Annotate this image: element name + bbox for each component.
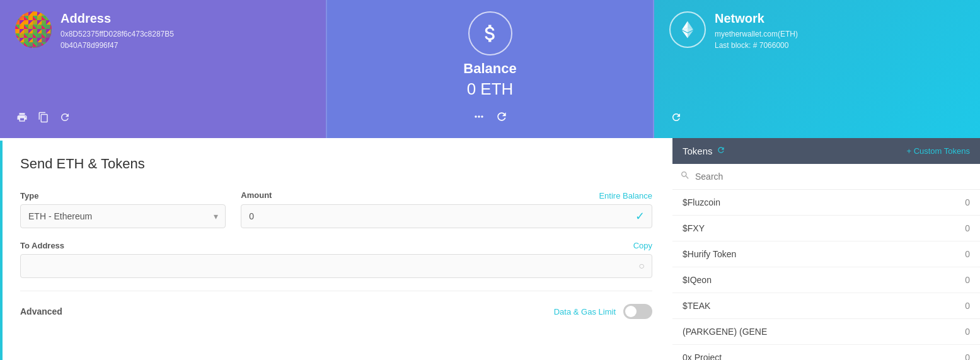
dollar-icon <box>479 22 502 45</box>
eth-network-icon <box>669 11 706 48</box>
token-name: $FXY <box>683 223 705 233</box>
amount-label: Amount <box>241 190 272 200</box>
tokens-search-bar <box>672 164 980 190</box>
address-input-wrapper: ○ <box>20 254 652 278</box>
amount-valid-icon: ✓ <box>635 209 645 223</box>
copy-icon <box>38 112 49 123</box>
address-card: Address 0x8D52375ffD028f6c473c8287B5 0b4… <box>0 0 326 138</box>
search-magnifier-icon <box>680 170 690 180</box>
type-group: Type ETH - Ethereum ▾ <box>20 191 226 228</box>
more-options-button[interactable] <box>471 109 487 127</box>
token-name: $TEAK <box>683 301 710 311</box>
main-content: Send ETH & Tokens Type ETH - Ethereum ▾ … <box>0 138 980 360</box>
network-title: Network <box>715 11 798 26</box>
divider <box>20 291 652 291</box>
amount-input[interactable] <box>241 204 652 228</box>
type-amount-row: Type ETH - Ethereum ▾ Amount Entire Bala… <box>20 190 652 228</box>
tokens-title-row: Tokens <box>683 146 725 156</box>
token-name: $Fluzcoin <box>683 197 720 207</box>
amount-input-wrapper: ✓ <box>241 204 652 228</box>
address-info: Address 0x8D52375ffD028f6c473c8287B5 0b4… <box>61 11 174 51</box>
token-name: $Hurify Token <box>683 249 736 259</box>
tokens-refresh-icon <box>717 146 725 154</box>
send-panel: Send ETH & Tokens Type ETH - Ethereum ▾ … <box>0 138 672 360</box>
balance-card: Balance 0 ETH <box>326 0 654 138</box>
gas-toggle[interactable] <box>623 304 652 319</box>
tokens-refresh-button[interactable] <box>717 146 725 156</box>
refresh-address-button[interactable] <box>58 110 72 127</box>
copy-address-link[interactable]: Copy <box>633 241 652 250</box>
type-select[interactable]: ETH - Ethereum <box>20 204 226 228</box>
network-card-header: Network myetherwallet.com(ETH) Last bloc… <box>669 11 965 51</box>
token-list-item[interactable]: 0x Project 0 <box>672 345 980 360</box>
to-address-input[interactable] <box>20 254 652 278</box>
token-name: 0x Project <box>683 352 722 360</box>
custom-tokens-link[interactable]: + Custom Tokens <box>906 146 970 156</box>
tokens-header: Tokens + Custom Tokens <box>672 138 980 164</box>
network-card-actions <box>669 105 965 127</box>
address-title: Address <box>61 11 174 26</box>
token-list-item[interactable]: $Fluzcoin 0 <box>672 190 980 216</box>
ethereum-icon <box>676 18 699 41</box>
token-balance: 0 <box>965 301 970 311</box>
tokens-panel: Tokens + Custom Tokens $Fluzcoin <box>672 138 980 360</box>
to-address-label-row: To Address Copy <box>20 241 652 250</box>
token-balance: 0 <box>965 275 970 285</box>
refresh-balance-button[interactable] <box>494 109 509 127</box>
balance-icon-circle <box>468 11 512 55</box>
address-status-icon: ○ <box>638 260 645 272</box>
token-name: (PARKGENE) (GENE <box>683 327 767 337</box>
network-provider: myetherwallet.com(ETH) <box>715 28 798 40</box>
address-line1: 0x8D52375ffD028f6c473c8287B5 <box>61 28 174 40</box>
address-line2: 0b40A78d996f47 <box>61 40 174 51</box>
toggle-slider <box>623 304 652 319</box>
address-card-header: Address 0x8D52375ffD028f6c473c8287B5 0b4… <box>15 11 311 51</box>
token-balance: 0 <box>965 249 970 259</box>
refresh-network-icon <box>671 112 682 123</box>
balance-actions <box>471 109 509 127</box>
more-horiz-icon <box>473 110 485 123</box>
token-balance: 0 <box>965 197 970 207</box>
tokens-search-input[interactable] <box>695 171 972 182</box>
token-balance: 0 <box>965 223 970 233</box>
token-list-item[interactable]: (PARKGENE) (GENE 0 <box>672 319 980 345</box>
advanced-row: Advanced Data & Gas Limit <box>20 304 652 319</box>
to-address-label: To Address <box>20 241 64 250</box>
balance-title: Balance <box>463 61 516 77</box>
token-balance: 0 <box>965 352 970 360</box>
advanced-label: Advanced <box>20 306 62 316</box>
token-name: $IQeon <box>683 275 712 285</box>
network-last-block: Last block: # 7066000 <box>715 40 798 51</box>
print-icon <box>16 112 28 123</box>
entire-balance-link[interactable]: Entire Balance <box>599 190 652 200</box>
search-icon <box>680 170 690 183</box>
token-list-item[interactable]: $IQeon 0 <box>672 267 980 293</box>
to-address-section: To Address Copy ○ <box>20 241 652 278</box>
token-list-item[interactable]: $FXY 0 <box>672 216 980 241</box>
token-list-item[interactable]: $TEAK 0 <box>672 293 980 319</box>
refresh-balance-icon <box>495 110 508 123</box>
type-select-wrapper: ETH - Ethereum ▾ <box>20 204 226 228</box>
gas-limit-label: Data & Gas Limit <box>554 307 616 316</box>
address-card-actions <box>15 105 311 127</box>
top-cards: Address 0x8D52375ffD028f6c473c8287B5 0b4… <box>0 0 980 138</box>
tokens-label: Tokens <box>683 146 713 156</box>
refresh-icon <box>59 112 71 123</box>
token-balance: 0 <box>965 327 970 337</box>
advanced-controls: Data & Gas Limit <box>554 304 652 319</box>
type-label: Type <box>20 191 226 200</box>
tokens-list: $Fluzcoin 0 $FXY 0 $Hurify Token 0 $IQeo… <box>672 190 980 360</box>
balance-amount: 0 ETH <box>467 79 514 99</box>
copy-address-button[interactable] <box>37 110 50 127</box>
avatar <box>15 11 52 48</box>
amount-group: Amount Entire Balance ✓ <box>241 190 652 228</box>
send-title: Send ETH & Tokens <box>20 156 652 172</box>
refresh-network-button[interactable] <box>669 110 683 127</box>
network-info: Network myetherwallet.com(ETH) Last bloc… <box>715 11 798 51</box>
network-card: Network myetherwallet.com(ETH) Last bloc… <box>654 0 980 138</box>
print-button[interactable] <box>15 110 29 127</box>
token-list-item[interactable]: $Hurify Token 0 <box>672 241 980 267</box>
